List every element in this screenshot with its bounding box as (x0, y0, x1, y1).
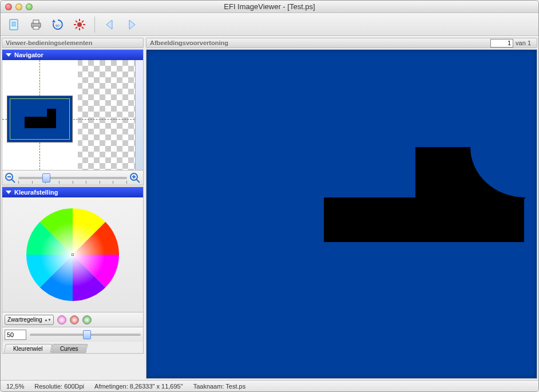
navigator-label: Navigator (14, 52, 43, 58)
color-tabs: Kleurenwiel Curves (2, 342, 143, 353)
svg-line-15 (82, 27, 84, 29)
svg-marker-7 (52, 19, 56, 22)
status-dimensions: Afmetingen: 8,26333" x 11,695" (94, 383, 183, 390)
color-dot-magenta[interactable] (57, 315, 66, 324)
color-dot-red[interactable] (70, 315, 79, 324)
sidebar: Viewer-bedieningselementen Navigator (1, 37, 145, 380)
svg-rect-6 (33, 26, 39, 29)
svg-text:90°: 90° (56, 24, 61, 27)
svg-rect-28 (72, 254, 74, 256)
svg-rect-5 (33, 20, 39, 23)
color-header[interactable]: Kleurafstelling (2, 187, 143, 197)
status-resolution: Resolutie: 600Dpi (34, 383, 84, 390)
page-input[interactable] (490, 39, 513, 47)
document-button[interactable] (6, 17, 22, 33)
svg-marker-19 (129, 20, 135, 29)
color-controls: Zwartregeling ▲▼ (2, 312, 143, 327)
navigator-scrollbar[interactable] (135, 60, 143, 170)
navigator-header[interactable]: Navigator (2, 50, 143, 60)
main-area: Afbeeldingsvoorvertoning van 1 (145, 37, 538, 380)
color-panel: Kleurafstelling (2, 187, 144, 354)
zoom-in-icon[interactable] (129, 172, 141, 184)
forward-button[interactable] (124, 17, 140, 33)
svg-marker-18 (106, 20, 112, 29)
svg-line-16 (76, 27, 77, 29)
preview-title: Afbeeldingsvoorvertoning (150, 39, 228, 46)
print-button[interactable] (28, 17, 44, 33)
preview-header: Afbeeldingsvoorvertoning van 1 (146, 38, 537, 48)
status-bar: 12,5% Resolutie: 600Dpi Afmetingen: 8,26… (1, 380, 538, 391)
color-dot-green[interactable] (82, 315, 92, 324)
title-bar: EFI ImageViewer - [Test.ps] (1, 1, 538, 13)
color-label: Kleurafstelling (14, 189, 58, 196)
svg-line-24 (136, 179, 140, 183)
svg-line-21 (11, 179, 15, 183)
svg-rect-0 (10, 19, 18, 30)
status-taskname: Taaknaam: Test.ps (193, 383, 246, 390)
tab-kleurenwiel[interactable]: Kleurenwiel (3, 344, 52, 353)
zwart-select[interactable]: Zwartregeling ▲▼ (5, 315, 54, 325)
page-of-label: van 1 (513, 39, 533, 46)
preview-canvas[interactable] (146, 49, 537, 379)
navigator-thumbnail[interactable] (2, 60, 143, 170)
toolbar-separator (94, 17, 95, 33)
zoom-bar (2, 170, 143, 185)
chevron-down-icon (6, 53, 11, 57)
svg-line-17 (82, 21, 84, 22)
zoom-slider[interactable] (18, 175, 127, 181)
tab-curves[interactable]: Curves (50, 344, 88, 353)
settings-button[interactable] (72, 17, 88, 33)
value-input[interactable] (5, 330, 26, 340)
rotate-button[interactable]: 90° (50, 17, 66, 33)
window-title: EFI ImageViewer - [Test.ps] (1, 2, 538, 11)
sidebar-title: Viewer-bedieningselementen (2, 38, 144, 48)
value-slider[interactable] (30, 331, 141, 338)
svg-line-14 (76, 21, 77, 22)
navigator-panel: Navigator (2, 49, 144, 185)
svg-point-9 (77, 22, 82, 27)
chevron-down-icon (6, 191, 11, 194)
value-row (2, 327, 143, 342)
color-wheel[interactable] (2, 197, 143, 312)
status-zoom: 12,5% (6, 383, 24, 390)
toolbar: 90° (1, 13, 538, 36)
zoom-out-icon[interactable] (5, 172, 16, 184)
back-button[interactable] (102, 17, 118, 33)
